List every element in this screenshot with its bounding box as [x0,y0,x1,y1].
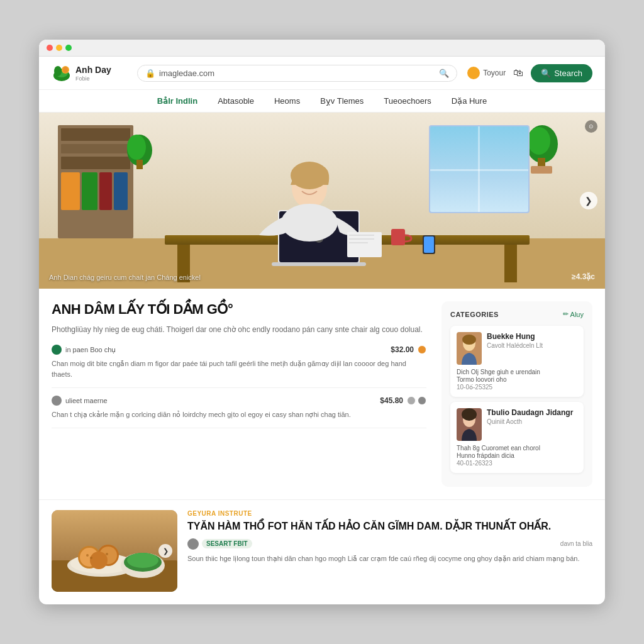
nav-item-4[interactable]: Tueoechoers [384,96,431,106]
course-avatars-0 [418,345,426,354]
hero-caption: Anh Dian chág geiru cum chaít jan Cháng … [49,274,201,281]
svg-rect-38 [349,235,374,236]
logo-name: Anh Day [75,65,111,75]
article-title: ANH DÂM LẤY TỐI DẦM GỒ° [52,301,426,318]
instructor-top-1: Tbulio Daudagn Jidangr Quiniit Aocth [457,408,577,441]
bottom-section: ❯ GEYURA INSTRUTE TYĂN HÀM THỔ FOT HĂN T… [39,499,605,604]
bottom-date: davn ta blia [560,540,592,547]
nav-item-3[interactable]: Bỵv Tlemes [320,96,364,106]
main-content: ANH DÂM LẤY TỐI DẦM GỒ° Phothgliüay hly … [39,289,605,499]
svg-point-62 [90,557,92,559]
course-avatars-1 [407,396,426,405]
instructor-info-0: Buekke Hung Cavolt Halédceln Llt [487,332,577,365]
course-meta-0: in paen Boo chụ $32.00 [52,345,426,355]
bottom-author-tag: SESART FBIT [202,539,252,548]
svg-rect-8 [61,128,130,141]
svg-rect-40 [349,242,368,243]
svg-point-4 [63,67,68,73]
instructor-role-0: Cavolt Halédceln Llt [487,342,577,349]
bottom-content: GEYURA INSTRUTE TYĂN HÀM THỔ FOT HĂN TẤD… [187,510,592,592]
instructor-top-0: Buekke Hung Cavolt Halédceln Llt [457,332,577,365]
hero-next-button[interactable]: ❯ [580,192,597,209]
avatar-svg-0 [457,332,482,365]
lock-icon: 🔒 [145,69,155,78]
user-avatar [467,67,480,79]
instructor-card-0: Buekke Hung Cavolt Halédceln Llt Dich Ol… [450,326,584,397]
av-0 [418,345,426,354]
instructor-avatar-0 [457,332,482,365]
svg-rect-9 [61,144,130,153]
browser-dots [47,45,72,51]
svg-rect-11 [61,172,80,210]
categories-link[interactable]: ✏ Aluy [563,310,584,318]
bottom-author-avatar [187,538,199,550]
bottom-img-next-icon: ❯ [163,547,169,555]
bottom-author: SESART FBIT [187,538,252,550]
svg-rect-13 [99,172,112,210]
minimize-dot[interactable] [56,45,62,51]
close-dot[interactable] [47,45,53,51]
cart-icon[interactable]: 🛍 [513,67,523,79]
course-author-0: in paen Boo chụ [52,345,116,355]
svg-point-31 [281,204,338,242]
instructor-card-1: Tbulio Daudagn Jidangr Quiniit Aocth Tha… [450,402,584,473]
instructor-id-1: 40-01-26323 [457,460,577,467]
hero-image [39,113,605,289]
course-item-1: ulieet maerne $45.80 Chan t chjạ ckảrle … [52,396,426,428]
svg-rect-42 [424,236,434,253]
svg-rect-36 [391,229,405,245]
maximize-dot[interactable] [65,45,72,51]
categories-link-label: Aluy [570,311,584,318]
instructor-detail-0-2: Tormo loovori oho [457,376,577,383]
svg-rect-10 [61,157,130,169]
logo-icon [52,63,72,83]
nav-item-1[interactable]: Abtasoble [218,96,254,106]
bottom-meta: SESART FBIT davn ta blia [187,538,592,550]
hero-slider: ⊙ ❯ Anh Dian chág geiru cum chaít jan Ch… [39,113,605,289]
svg-point-19 [528,127,550,155]
av-1b [418,396,426,405]
svg-rect-39 [349,238,374,240]
categories-box: CATEGORIES ✏ Aluy [441,301,592,487]
instructor-role-1: Quiniit Aocth [487,418,577,425]
url-input[interactable] [159,69,435,78]
instructor-detail-0-1: Dich Olj Shge giuh e urendain [457,369,577,375]
pencil-icon: ✏ [563,310,569,318]
nav-item-5[interactable]: Dặa Hure [452,96,487,106]
search-icon[interactable]: 🔍 [439,69,449,78]
svg-point-45 [462,335,476,345]
svg-rect-14 [114,172,128,210]
hero-svg [39,113,605,289]
svg-point-63 [106,553,108,555]
user-badge[interactable]: Toyour [467,67,506,79]
svg-point-61 [86,554,89,557]
course-price-1: $45.80 [380,396,403,405]
instructor-detail-1-2: Hunno frápdain dicia [457,452,577,459]
header-actions: Toyour 🛍 🔍 Stearch [467,64,592,82]
search-btn-icon: 🔍 [541,69,551,78]
course-price-0: $32.00 [391,345,414,354]
logo-sub: Fobie [75,75,111,82]
categories-title: CATEGORIES [450,311,499,318]
hero-counter: ≥4.3ặc [572,272,595,281]
instructor-detail-1-1: Thah 8g Cuoromet ean chorol [457,445,577,452]
avatar-svg-1 [457,408,482,441]
course-desc-1: Chan t chjạ ckảrle mặn g corlcing diăn n… [52,409,426,420]
bottom-title: TYĂN HÀM THỔ FOT HĂN TẤD HẢO CĂN GĨMH DA… [187,520,592,533]
svg-point-60 [127,553,158,568]
course-desc-0: Chan moig dit bite cngắn diam m figor da… [52,358,426,380]
bottom-description: Soun thiic hge lịlong toun thạhi dăn cha… [187,553,592,564]
categories-header: CATEGORIES ✏ Aluy [450,310,584,318]
search-bar[interactable]: 🔒 🔍 [137,65,457,82]
nav-item-2[interactable]: Heoms [274,96,300,106]
content-left: ANH DÂM LẤY TỐI DẦM GỒ° Phothgliüay hly … [52,301,441,487]
author-name-0: in paen Boo chụ [65,346,116,354]
bottom-image-next-button[interactable]: ❯ [158,544,172,558]
nav-item-0[interactable]: Bảlr Indlin [157,96,197,106]
svg-point-16 [127,135,146,160]
bottom-image: ❯ [52,510,177,592]
hero-next-icon: ❯ [585,196,592,206]
author-avatar-1 [52,396,62,406]
svg-rect-28 [272,262,366,266]
search-button[interactable]: 🔍 Stearch [531,64,592,82]
